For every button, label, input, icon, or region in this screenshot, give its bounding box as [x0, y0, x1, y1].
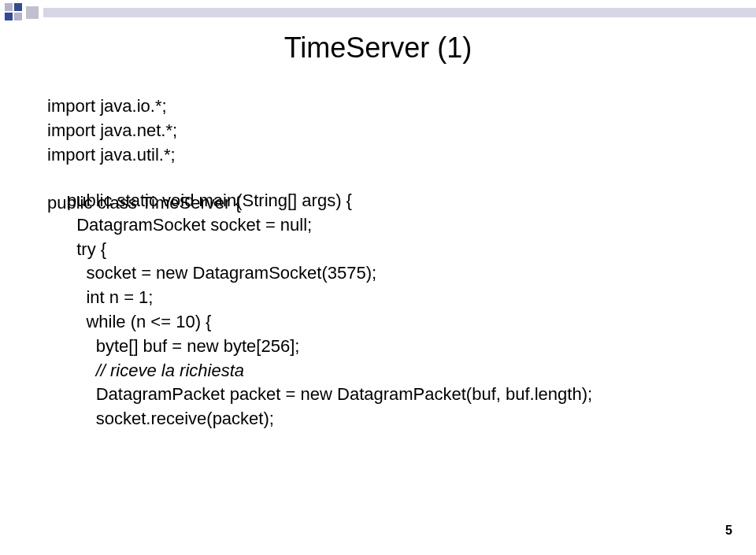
code-while: while (n <= 10) {	[86, 312, 211, 331]
code-receive: socket.receive(packet);	[96, 409, 274, 428]
code-try: try {	[76, 239, 106, 259]
code-buf: byte[] buf = new byte[256];	[96, 336, 300, 356]
code-imports: import java.io.*; import java.net.*; imp…	[47, 96, 177, 165]
code-packet: DatagramPacket packet = new DatagramPack…	[96, 384, 592, 404]
svg-rect-0	[5, 3, 13, 11]
code-socket-decl: DatagramSocket socket = null;	[76, 215, 312, 235]
code-int-n: int n = 1;	[86, 287, 153, 307]
svg-rect-5	[43, 8, 756, 17]
code-comment: // riceve la richiesta	[96, 361, 244, 380]
svg-rect-4	[26, 6, 39, 19]
header-squares-decoration	[0, 0, 756, 22]
page-number: 5	[725, 524, 732, 538]
code-main-signature: public static void main(String[] args) {	[67, 191, 352, 210]
svg-rect-3	[14, 13, 22, 20]
code-body: public static void main(String[] args) {…	[67, 189, 592, 431]
slide-title: TimeServer (1)	[0, 31, 756, 65]
code-socket-new: socket = new DatagramSocket(3575);	[86, 263, 376, 283]
svg-rect-2	[5, 13, 13, 20]
svg-rect-1	[14, 3, 22, 11]
